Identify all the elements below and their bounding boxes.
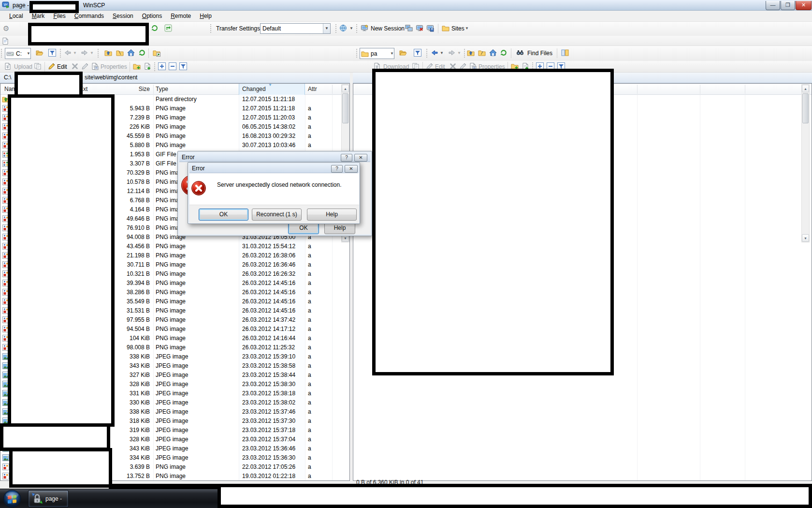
menu-item-remote[interactable]: Remote xyxy=(166,11,195,21)
local-path-tail: site\web\img\content xyxy=(85,74,137,81)
rename-pencil-icon[interactable] xyxy=(81,62,90,71)
save-session-icon[interactable] xyxy=(426,24,435,33)
chevron-down-icon[interactable]: ▼ xyxy=(90,49,94,58)
transfer-settings-select[interactable]: Default ▼ xyxy=(260,23,331,34)
local-open-directory-icon[interactable] xyxy=(36,49,44,58)
remote-forward-icon[interactable] xyxy=(448,49,457,58)
preferences-gear-icon[interactable]: ⚙ xyxy=(3,24,12,33)
dialog-close-icon[interactable]: ✕ xyxy=(345,165,358,173)
panels-layout-icon[interactable] xyxy=(561,49,570,58)
session-tab-icon[interactable] xyxy=(1,37,9,45)
remote-vertical-scrollbar[interactable]: ▲ ▼ xyxy=(801,84,810,242)
remote-parent-directory-icon[interactable] xyxy=(467,49,476,58)
file-type: PNG image xyxy=(156,122,238,132)
file-attr: a xyxy=(308,389,327,398)
header-size[interactable]: Size xyxy=(116,86,150,92)
dialog-help-icon[interactable]: ? xyxy=(331,165,343,173)
file-changed: 23.03.2012 15:38:44 xyxy=(242,371,304,380)
menu-item-help[interactable]: Help xyxy=(195,11,216,21)
synchronize-icon[interactable] xyxy=(151,24,160,33)
sites-folder-icon[interactable] xyxy=(442,24,450,33)
file-attr: a xyxy=(308,444,327,453)
ok-button[interactable]: OK xyxy=(199,209,248,221)
maximize-button[interactable]: ❐ xyxy=(781,1,795,10)
png-file-icon xyxy=(2,463,10,471)
desktop: W page - WinSCP — ❐ ✕ LocalMarkFilesComm… xyxy=(0,0,812,508)
new-session-label[interactable]: New Session xyxy=(371,24,405,33)
scroll-up-icon[interactable]: ▲ xyxy=(342,85,349,92)
remote-refresh-icon[interactable] xyxy=(500,49,508,58)
file-type: JPEG image xyxy=(156,435,238,444)
close-session-icon[interactable] xyxy=(416,24,424,33)
svg-text:\: \ xyxy=(118,51,121,56)
dialog-close-icon[interactable]: ✕ xyxy=(354,154,367,162)
upload-icon[interactable] xyxy=(4,62,13,71)
local-root-directory-icon[interactable]: \ xyxy=(116,49,125,58)
file-type: PNG image xyxy=(156,132,238,141)
properties-icon[interactable] xyxy=(91,62,100,71)
edit-pencil-icon[interactable] xyxy=(48,62,57,71)
collapse-minus-icon[interactable] xyxy=(169,62,177,71)
find-files-label[interactable]: Find Files xyxy=(527,49,552,58)
local-home-icon[interactable] xyxy=(127,49,136,58)
scrollbar-thumb[interactable] xyxy=(802,93,809,123)
header-changed[interactable]: Changed xyxy=(242,86,266,92)
scroll-down-icon[interactable]: ▼ xyxy=(802,234,809,242)
properties-label[interactable]: Properties xyxy=(101,62,127,71)
close-button[interactable]: ✕ xyxy=(796,1,812,10)
remote-directory-select[interactable]: pa ▼ xyxy=(360,48,394,59)
minimize-button[interactable]: — xyxy=(766,1,780,10)
remote-filter-icon[interactable] xyxy=(414,49,422,58)
taskbar-winscp-button[interactable]: page - xyxy=(28,490,69,508)
file-changed: 12.07.2015 11:20:03 xyxy=(242,113,304,122)
upload-label[interactable]: Upload xyxy=(14,62,32,71)
local-filter-icon[interactable] xyxy=(48,49,57,58)
local-back-icon[interactable] xyxy=(64,49,72,58)
start-button[interactable] xyxy=(3,490,22,508)
remote-open-directory-icon[interactable] xyxy=(399,49,408,58)
menu-item-session[interactable]: Session xyxy=(108,11,138,21)
dialog-help-icon[interactable]: ? xyxy=(341,154,352,162)
toolbar-grip xyxy=(335,24,337,33)
expand-plus-icon[interactable] xyxy=(158,62,167,71)
reconnect-button[interactable]: Reconnect (1 s) xyxy=(252,209,302,221)
find-files-binoculars-icon[interactable] xyxy=(516,49,525,58)
header-type[interactable]: Type xyxy=(156,86,168,92)
toolbar-grip xyxy=(464,49,465,58)
remote-root-directory-icon[interactable]: / xyxy=(478,49,487,58)
chevron-down-icon[interactable]: ▼ xyxy=(457,49,461,58)
chevron-down-icon[interactable]: ▼ xyxy=(349,24,353,33)
transfer-options-globe-icon[interactable] xyxy=(339,24,348,33)
help-button[interactable]: Help xyxy=(307,209,357,221)
delete-x-icon[interactable] xyxy=(71,62,80,71)
chevron-down-icon[interactable]: ▼ xyxy=(440,49,444,58)
upload-multi-icon[interactable] xyxy=(34,62,43,71)
remote-home-icon[interactable] xyxy=(489,49,498,58)
synchronize-browsing-icon[interactable] xyxy=(164,24,173,33)
file-type: PNG image xyxy=(156,315,238,325)
new-folder-icon[interactable] xyxy=(133,62,142,71)
scroll-up-icon[interactable]: ▲ xyxy=(802,85,809,92)
file-changed: 22.03.2012 17:05:26 xyxy=(242,463,304,472)
edit-label[interactable]: Edit xyxy=(57,62,67,71)
header-attr[interactable]: Attr xyxy=(308,86,317,92)
file-type: PNG image xyxy=(156,141,238,150)
sites-label[interactable]: Sites xyxy=(451,24,464,33)
remote-back-icon[interactable] xyxy=(431,49,439,58)
local-forward-icon[interactable] xyxy=(81,49,89,58)
chevron-down-icon[interactable]: ▼ xyxy=(73,49,77,58)
duplicate-session-icon[interactable] xyxy=(405,24,414,33)
chevron-down-icon[interactable]: ▼ xyxy=(465,24,469,33)
redaction-box xyxy=(29,1,79,13)
new-session-icon[interactable] xyxy=(361,24,369,33)
winscp-lock-icon xyxy=(31,493,44,505)
local-symlink-icon[interactable] xyxy=(153,49,161,58)
scrollbar-thumb[interactable] xyxy=(342,93,348,123)
menu-item-options[interactable]: Options xyxy=(138,11,166,21)
local-refresh-icon[interactable] xyxy=(138,49,147,58)
local-drive-select[interactable]: C: ▼ xyxy=(5,48,31,59)
filter-square-icon[interactable] xyxy=(179,62,188,71)
local-parent-directory-icon[interactable] xyxy=(104,49,113,58)
menu-item-local[interactable]: Local xyxy=(5,11,28,21)
new-file-icon[interactable] xyxy=(144,62,152,71)
